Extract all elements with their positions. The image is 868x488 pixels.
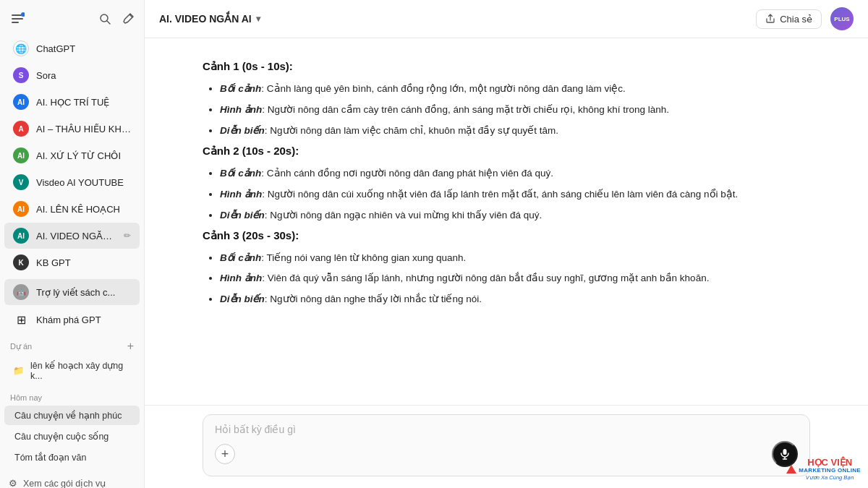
share-button[interactable]: Chia sẻ (756, 9, 822, 29)
scene-2: Cảnh 2 (10s - 20s): Bối cảnh: Cảnh cánh … (203, 145, 810, 223)
scene-2-title: Cảnh 2 (10s - 20s): (203, 145, 810, 158)
sidebar-item-label: KB GPT (36, 257, 131, 268)
list-item: Bối cảnh: Cảnh cánh đồng nơi người nông … (220, 166, 810, 181)
history-item-tom-tat[interactable]: Tóm tắt đoạn văn (4, 448, 140, 467)
content-area: Cảnh 1 (0s - 10s): Bối cảnh: Cảnh làng q… (145, 38, 868, 405)
sidebar-item-label: AI. HỌC TRÍ TUỆ (36, 97, 131, 108)
scene-1: Cảnh 1 (0s - 10s): Bối cảnh: Cảnh làng q… (203, 60, 810, 139)
list-item: Hình ảnh: Viên đá quý vẫn sáng lấp lánh,… (220, 271, 810, 286)
sidebar-item-label: AI. VIDEO NGẮN AI (36, 231, 116, 241)
scene-3-bullets: Bối cảnh: Tiếng nói vang lên từ không gi… (203, 251, 810, 308)
bullet-text: : Viên đá quý vẫn sáng lấp lánh, nhưng n… (262, 273, 709, 283)
sidebar-item-ai-xu-ly[interactable]: AI AI. XỬ LÝ TỪ CHỐI (4, 142, 140, 168)
project-label: lên kế hoạch xây dựng k... (30, 360, 131, 381)
sidebar-menu-icon[interactable] (9, 10, 26, 27)
explore-icon: ⊞ (13, 312, 29, 328)
svg-rect-7 (783, 449, 787, 455)
footer-item-goi-dich-vu[interactable]: ⚙ Xem các gói dịch vụ (0, 474, 144, 488)
sidebar-item-explore-gpt[interactable]: ⊞ Khám phá GPT (4, 307, 140, 333)
sidebar-item-ai-len-ke-hoach[interactable]: AI AI. LÊN KẾ HOẠCH (4, 196, 140, 222)
input-box: Hỏi bất kỳ điều gì + (203, 414, 810, 476)
sidebar-item-label: Khám phá GPT (36, 314, 131, 325)
scene-1-bullets: Bối cảnh: Cảnh làng quê yên bình, cánh đ… (203, 82, 810, 139)
history-label: Tóm tắt đoạn văn (14, 452, 86, 463)
watermark: HỌC VIỆN MARKETING ONLINE Vươn Xa Cùng B… (786, 458, 861, 481)
sora-icon: S (13, 67, 29, 83)
sidebar-header-icons (98, 12, 135, 26)
topbar-title: AI. VIDEO NGẮN AI ▾ (159, 13, 260, 25)
sidebar-item-label: Visdeo AI YOUTUBE (36, 177, 131, 188)
sidebar-item-ai-hoc-tri-tue[interactable]: AI AI. HỌC TRÍ TUỆ (4, 89, 140, 115)
search-icon[interactable] (98, 12, 112, 26)
section-project-label: Dự án (10, 342, 32, 351)
scene-3: Cảnh 3 (20s - 30s): Bối cảnh: Tiếng nói … (203, 229, 810, 308)
sidebar-item-kb-gpt[interactable]: K KB GPT (4, 249, 140, 275)
topbar-right: Chia sẻ PLUS (756, 7, 854, 30)
svg-rect-2 (12, 22, 19, 23)
edit-icon[interactable]: ✏ (124, 231, 131, 241)
watermark-text2: MARKETING ONLINE (799, 467, 861, 474)
bullet-text: : Người nông dân nghe thấy lời nhắc từ t… (265, 294, 482, 304)
bullet-label: Bối cảnh (220, 83, 261, 94)
bullet-text: : Cảnh cánh đồng nơi người nông dân đang… (261, 168, 553, 179)
logo-triangle (786, 465, 796, 474)
sidebar-footer: ⚙ Xem các gói dịch vụ (0, 474, 144, 488)
plus-icon: + (221, 447, 229, 462)
ai-ke-hoach-icon: AI (13, 201, 29, 217)
bullet-label: Hình ảnh (220, 104, 262, 115)
input-footer: + (215, 441, 798, 467)
sidebar-item-visdeo[interactable]: V Visdeo AI YOUTUBE (4, 169, 140, 195)
bullet-text: : Người nông dân ngạc nhiên và vui mừng … (265, 210, 542, 221)
list-item: Bối cảnh: Cảnh làng quê yên bình, cánh đ… (220, 82, 810, 97)
footer-label: Xem các gói dịch vụ (23, 478, 106, 488)
input-placeholder[interactable]: Hỏi bất kỳ điều gì (215, 424, 798, 435)
bullet-label: Diễn biến (220, 294, 265, 304)
sidebar-item-chatgpt[interactable]: 🌐 ChatGPT (4, 35, 140, 61)
chevron-down-icon[interactable]: ▾ (256, 14, 260, 24)
bullet-label: Diễn biến (220, 125, 265, 136)
settings-icon: ⚙ (9, 478, 17, 488)
sidebar-item-label: AI. LÊN KẾ HOẠCH (36, 204, 131, 215)
ai-video-icon: AI (13, 228, 29, 244)
watermark-logo: HỌC VIỆN MARKETING ONLINE Vươn Xa Cùng B… (786, 458, 861, 481)
history-item-cuoc-song[interactable]: Câu chuyện cuộc sống (4, 427, 140, 446)
bullet-text: : Người nông dân cầm cày trên cánh đồng,… (262, 104, 669, 115)
history-label: Câu chuyện về hạnh phúc (14, 410, 122, 421)
scene-2-bullets: Bối cảnh: Cảnh cánh đồng nơi người nông … (203, 166, 810, 223)
list-item: Diễn biến: Người nông dân làm việc chăm … (220, 124, 810, 139)
sidebar-header (0, 0, 144, 35)
watermark-slogan: Vươn Xa Cùng Bạn (799, 474, 861, 481)
section-today-label: Hôm nay (10, 393, 42, 402)
add-project-button[interactable]: + (127, 341, 134, 352)
sidebar-item-label: Sora (36, 70, 131, 81)
bullet-text: : Cảnh làng quê yên bình, cánh đồng rộng… (261, 83, 626, 94)
bullet-text: : Tiếng nói vang lên từ không gian xung … (261, 252, 466, 263)
section-project-header: Dự án + (0, 333, 144, 355)
sidebar-item-ai-thau-hieu[interactable]: A AI – THẤU HIỂU KHÁ... (4, 116, 140, 142)
ai-thau-icon: A (13, 121, 29, 137)
ai-hoc-icon: AI (13, 94, 29, 110)
svg-rect-1 (12, 18, 23, 20)
visdeo-icon: V (13, 174, 29, 190)
attach-button[interactable]: + (215, 444, 235, 464)
list-item: Diễn biến: Người nông dân nghe thấy lời … (220, 292, 810, 307)
bullet-label: Diễn biến (220, 210, 265, 221)
project-item-ke-hoach[interactable]: 📁 lên kế hoạch xây dựng k... (4, 356, 140, 385)
bullet-label: Bối cảnh (220, 252, 261, 263)
history-item-hanh-phuc[interactable]: Câu chuyện về hạnh phúc (4, 406, 140, 425)
watermark-text1: HỌC VIỆN (799, 458, 861, 467)
share-label: Chia sẻ (780, 14, 812, 25)
sidebar-item-label: AI – THẤU HIỂU KHÁ... (36, 124, 131, 134)
bullet-label: Bối cảnh (220, 168, 261, 179)
compose-icon[interactable] (121, 12, 135, 26)
sidebar-item-label: AI. XỬ LÝ TỪ CHỐI (36, 150, 131, 161)
sidebar: 🌐 ChatGPT S Sora AI AI. HỌC TRÍ TUỆ A AI… (0, 0, 145, 488)
ai-xu-ly-icon: AI (13, 147, 29, 163)
sidebar-item-tro-ly[interactable]: 🤖 Trợ lý viết sách c... (4, 279, 140, 305)
sidebar-item-sora[interactable]: S Sora (4, 62, 140, 88)
nav-items: 🌐 ChatGPT S Sora AI AI. HỌC TRÍ TUỆ A AI… (0, 35, 144, 276)
project-icon: 📁 (13, 365, 25, 376)
bullet-text: : Người nông dân cúi xuống nhặt viên đá … (262, 189, 738, 200)
list-item: Bối cảnh: Tiếng nói vang lên từ không gi… (220, 251, 810, 266)
sidebar-item-ai-video-ngan[interactable]: AI AI. VIDEO NGẮN AI ✏ (4, 223, 140, 249)
